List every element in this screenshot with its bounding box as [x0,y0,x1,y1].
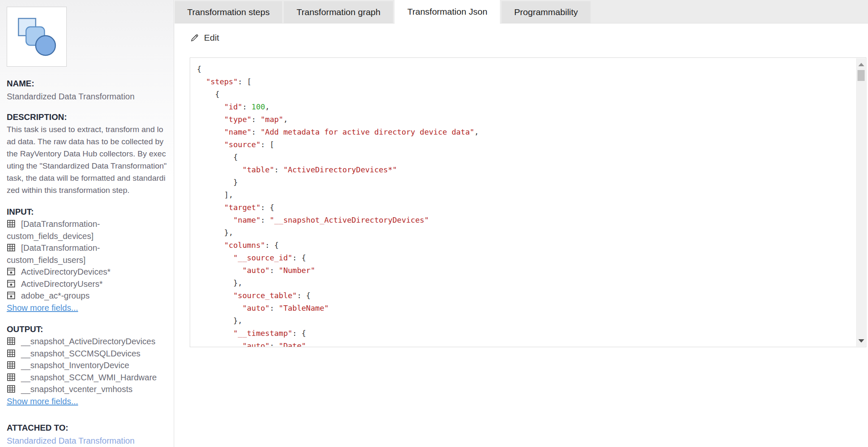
code-line: "auto": "TableName" [197,302,852,314]
table-grid-icon [7,337,16,346]
code-line: "target": { [197,201,852,214]
code-line: { [197,63,852,75]
edit-pencil-icon [190,33,199,43]
field-item: __snapshot_vcenter_vmhosts [7,383,167,395]
field-item: ActiveDirectoryUsers* [7,278,167,290]
description-text: This task is used to extract, transform … [7,123,167,196]
details-sidebar: NAME: Standardized Data Transformation D… [0,0,174,447]
code-line: "table": "ActiveDirectoryDevices*" [197,164,852,176]
tab-bar: Transformation stepsTransformation graph… [175,0,868,23]
output-show-more-link[interactable]: Show more fields... [7,395,78,408]
code-line: "name": "__snapshot_ActiveDirectoryDevic… [197,214,852,226]
tab-programmability[interactable]: Programmability [502,1,591,23]
field-item: __snapshot_SCCMSQLDevices [7,348,167,360]
field-item: [DataTransformation-custom_fields_users] [7,242,167,266]
code-line: "id": 100, [197,101,852,113]
field-item: __snapshot_ActiveDirectoryDevices [7,335,167,348]
attached-label: ATTACHED TO: [7,422,167,433]
code-line: "auto": "Date" [197,340,852,347]
tab-transformation-steps[interactable]: Transformation steps [175,1,282,23]
scroll-down-arrow-icon[interactable] [858,339,864,343]
tab-transformation-json[interactable]: Transformation Json [395,0,500,23]
code-line: { [197,88,852,101]
code-line: "source": [ [197,138,852,151]
code-line: "__source_id": { [197,252,852,264]
table-grid-icon [7,243,16,252]
code-line: "source_table": { [197,289,852,302]
field-item: __snapshot_InventoryDevice [7,359,167,372]
code-line: }, [197,226,852,239]
shapes-icon [18,18,56,56]
input-list: [DataTransformation-custom_fields_device… [7,218,167,302]
table-grid-icon [7,361,16,369]
scrollbar-thumb[interactable] [858,70,865,81]
table-star-icon [7,267,16,276]
tab-transformation-graph[interactable]: Transformation graph [284,1,393,23]
name-label: NAME: [7,78,167,89]
json-code: { "steps": [ { "id": 100, "type": "map",… [190,58,856,347]
code-line: "columns": { [197,239,852,252]
input-show-more-link[interactable]: Show more fields... [7,302,78,314]
main-content: Transformation stepsTransformation graph… [175,0,868,447]
edit-label: Edit [204,33,219,43]
table-grid-icon [7,349,16,358]
json-editor[interactable]: { "steps": [ { "id": 100, "type": "map",… [190,57,866,347]
code-line: }, [197,314,852,327]
code-line: ], [197,189,852,201]
table-grid-icon [7,385,16,393]
table-star-icon [7,279,16,288]
table-grid-icon [7,373,16,382]
editor-scrollbar[interactable] [856,58,865,346]
code-line: }, [197,277,852,289]
scroll-up-arrow-icon[interactable] [858,63,864,66]
code-line: "steps": [ [197,75,852,88]
field-item: ActiveDirectoryDevices* [7,266,167,278]
code-line: } [197,176,852,189]
edit-button[interactable]: Edit [190,33,219,43]
transformation-thumbnail [7,7,67,67]
output-list: __snapshot_ActiveDirectoryDevices__snaps… [7,335,167,395]
attached-to-link[interactable]: Standardized Data Transformation [7,435,135,447]
code-line: "name": "Add metadata for active directo… [197,126,852,138]
name-value: Standardized Data Transformation [7,91,167,102]
table-star-icon [7,291,16,300]
field-item: adobe_ac*-groups [7,290,167,302]
output-label: OUTPUT: [7,324,167,335]
table-grid-icon [7,219,16,228]
code-line: "__timestamp": { [197,327,852,340]
code-line: "type": "map", [197,113,852,126]
code-line: "auto": "Number" [197,264,852,277]
field-item: [DataTransformation-custom_fields_device… [7,218,167,242]
field-item: __snapshot_SCCM_WMI_Hardware [7,372,167,384]
description-label: DESCRIPTION: [7,112,167,122]
code-line: { [197,151,852,164]
input-label: INPUT: [7,206,167,217]
